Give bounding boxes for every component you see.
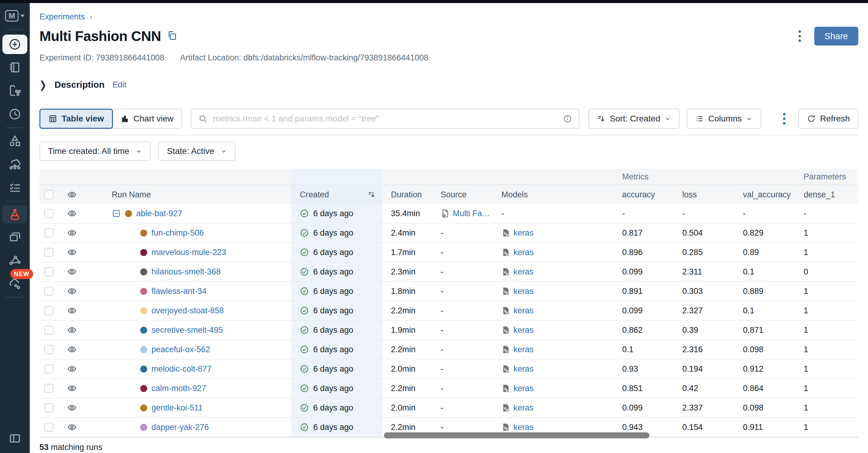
run-model-link[interactable]: keras <box>514 228 533 238</box>
run-name-link[interactable]: fun-chimp-506 <box>151 228 204 238</box>
info-icon[interactable] <box>563 114 572 123</box>
run-models: keras <box>496 340 617 359</box>
state-filter[interactable]: State: Active <box>158 142 236 161</box>
chart-view-button[interactable]: Chart view <box>112 109 182 129</box>
row-checkbox[interactable] <box>44 248 54 257</box>
sidebar-item-job-runs[interactable] <box>8 181 22 194</box>
run-name-link[interactable]: secretive-smelt-495 <box>151 326 223 335</box>
column-created[interactable]: Created <box>291 185 382 204</box>
run-source-link[interactable]: Multi Fa… <box>453 209 490 218</box>
table-view-icon <box>48 114 57 123</box>
refresh-button[interactable]: Refresh <box>798 109 858 129</box>
column-val-accuracy[interactable]: val_accuracy <box>740 185 801 204</box>
visibility-icon[interactable] <box>67 384 77 393</box>
run-name-link[interactable]: melodic-colt-877 <box>151 364 212 374</box>
column-group-row: Metrics Parameters <box>39 169 858 185</box>
workspace-switcher[interactable]: M <box>5 7 25 24</box>
run-name-link[interactable]: able-bat-927 <box>136 209 182 218</box>
column-run-name[interactable]: Run Name <box>84 185 291 204</box>
columns-button[interactable]: Columns <box>687 109 761 129</box>
run-model-link[interactable]: keras <box>514 286 533 296</box>
column-models[interactable]: Models <box>496 185 617 204</box>
experiment-more-menu[interactable] <box>796 28 803 44</box>
copy-icon[interactable] <box>167 30 177 42</box>
row-checkbox[interactable] <box>44 267 54 276</box>
run-models: keras <box>496 301 617 320</box>
column-source[interactable]: Source <box>436 185 496 204</box>
share-button[interactable]: Share <box>814 27 858 46</box>
collapse-sidebar-button[interactable] <box>8 432 22 445</box>
metric-accuracy: 0.891 <box>617 282 679 301</box>
visibility-icon[interactable] <box>67 267 77 277</box>
visibility-icon[interactable] <box>67 286 77 296</box>
run-model-link[interactable]: keras <box>514 267 533 277</box>
row-checkbox[interactable] <box>44 306 54 315</box>
visibility-icon[interactable] <box>67 190 77 200</box>
visibility-icon[interactable] <box>67 247 77 257</box>
sidebar-item-recents[interactable] <box>8 108 22 121</box>
run-name-link[interactable]: hilarious-smelt-368 <box>151 267 221 277</box>
run-name-link[interactable]: gentle-koi-511 <box>151 403 203 413</box>
row-checkbox[interactable] <box>44 209 54 218</box>
run-name-link[interactable]: peaceful-ox-562 <box>151 345 210 354</box>
column-duration[interactable]: Duration <box>382 185 436 204</box>
time-created-filter[interactable]: Time created: All time <box>39 142 151 161</box>
run-created-cell: 6 days ago <box>291 262 382 281</box>
column-dense-1[interactable]: dense_1 <box>801 185 858 204</box>
toolbar-more-menu[interactable] <box>781 111 788 127</box>
visibility-icon[interactable] <box>67 344 77 354</box>
description-edit-link[interactable]: Edit <box>113 80 127 90</box>
row-checkbox[interactable] <box>44 326 54 335</box>
visibility-icon[interactable] <box>67 325 77 335</box>
sidebar-item-experiments[interactable] <box>2 205 27 223</box>
run-model-link[interactable]: keras <box>514 423 533 432</box>
run-model-link[interactable]: keras <box>514 403 533 413</box>
chevron-right-icon[interactable]: ❯ <box>39 79 46 91</box>
sidebar-item-data[interactable] <box>8 134 22 148</box>
horizontal-scrollbar[interactable] <box>384 432 649 439</box>
sidebar-item-workspace[interactable] <box>8 61 22 74</box>
breadcrumb-experiments-link[interactable]: Experiments <box>39 12 85 22</box>
table-view-button[interactable]: Table view <box>39 109 113 129</box>
visibility-icon[interactable] <box>67 209 77 218</box>
run-model-link[interactable]: keras <box>514 384 533 393</box>
run-name-link[interactable]: dapper-yak-276 <box>151 423 209 432</box>
visibility-icon[interactable] <box>67 364 77 374</box>
row-checkbox[interactable] <box>44 286 54 296</box>
column-loss[interactable]: loss <box>679 185 740 204</box>
row-checkbox[interactable] <box>44 345 54 354</box>
visibility-icon[interactable] <box>67 228 77 238</box>
run-model-link[interactable]: keras <box>514 326 533 335</box>
run-model-link[interactable]: keras <box>514 345 533 354</box>
run-duration: 2.0min <box>382 360 436 378</box>
sidebar-item-serving[interactable] <box>8 231 22 244</box>
row-checkbox[interactable] <box>44 403 54 412</box>
run-created-text: 6 days ago <box>313 345 353 354</box>
row-checkbox[interactable] <box>44 384 54 393</box>
run-created-cell: 6 days ago <box>291 243 382 262</box>
visibility-icon[interactable] <box>67 306 77 315</box>
run-name-link[interactable]: marvelous-mule-223 <box>151 248 226 257</box>
run-name-link[interactable]: overjoyed-stoat-858 <box>151 306 224 315</box>
sidebar-item-marketplace[interactable] <box>8 277 22 291</box>
visibility-icon[interactable] <box>67 422 77 432</box>
cloud-nodes-icon <box>8 277 22 291</box>
sidebar-item-new[interactable] <box>2 35 27 54</box>
run-model-link[interactable]: keras <box>514 306 533 315</box>
run-model-link[interactable]: keras <box>514 364 533 374</box>
row-checkbox[interactable] <box>44 228 54 237</box>
run-model-link[interactable]: keras <box>514 248 533 257</box>
collapse-run-icon[interactable] <box>112 209 121 218</box>
run-name-link[interactable]: flawless-ant-34 <box>151 286 207 296</box>
sidebar-item-compute[interactable] <box>8 158 22 171</box>
sidebar-item-models[interactable] <box>8 254 22 268</box>
search-input[interactable] <box>212 114 558 124</box>
sort-button[interactable]: Sort: Created <box>588 109 680 129</box>
sidebar-item-repos[interactable] <box>8 84 22 97</box>
row-checkbox[interactable] <box>44 423 54 432</box>
column-accuracy[interactable]: accuracy <box>617 185 679 204</box>
visibility-icon[interactable] <box>67 403 77 413</box>
run-name-link[interactable]: calm-moth-927 <box>151 384 206 393</box>
select-all-checkbox[interactable] <box>44 190 54 199</box>
row-checkbox[interactable] <box>44 364 54 373</box>
